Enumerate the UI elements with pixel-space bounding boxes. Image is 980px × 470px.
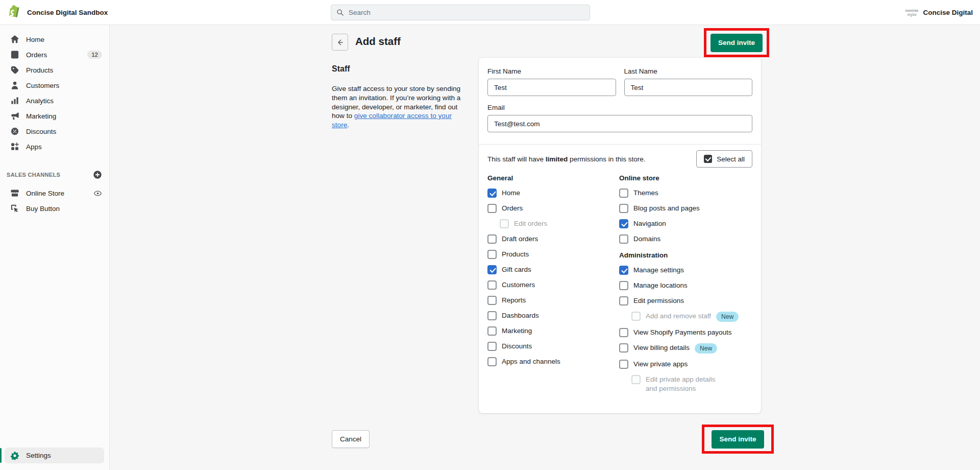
edit-orders-checkbox [500, 219, 509, 228]
sidebar-item-home[interactable]: Home [0, 32, 109, 47]
add-and-remove-staff-checkbox [631, 312, 641, 321]
add-sales-channel-icon[interactable] [93, 170, 102, 179]
blog-posts-and-pages-checkbox[interactable] [619, 204, 628, 213]
sidebar-nav: HomeOrders12ProductsCustomersAnalyticsMa… [0, 25, 109, 154]
sidebar-item-online-store[interactable]: Online Store [0, 185, 109, 201]
sidebar-item-label: Online Store [26, 190, 64, 197]
permission-row-reports: Reports [487, 296, 619, 305]
navigation-checkbox[interactable] [619, 219, 628, 228]
annotation-box-bottom: Send invite [702, 425, 774, 454]
manage-locations-checkbox[interactable] [619, 281, 628, 290]
orders-count-badge: 12 [87, 51, 102, 59]
sidebar-item-products[interactable]: Products [0, 62, 109, 78]
view-billing-details-checkbox[interactable] [619, 343, 628, 353]
send-invite-button-top[interactable]: Send invite [710, 34, 763, 52]
email-input[interactable] [487, 115, 752, 132]
products-icon [10, 65, 19, 75]
annotation-box-top: Send invite [704, 28, 769, 57]
search-input[interactable] [349, 9, 584, 16]
permission-label: Apps and channels [502, 357, 560, 366]
account-name: Concise Digital [923, 9, 973, 16]
discounts-icon [10, 127, 19, 136]
dashboards-checkbox[interactable] [487, 311, 497, 320]
permission-row-manage-locations: Manage locations [619, 281, 752, 290]
permission-label: Edit private app details and permissions [646, 375, 727, 393]
permission-row-blog-posts-and-pages: Blog posts and pages [619, 204, 752, 213]
permission-label: Products [502, 250, 529, 259]
sidebar-item-orders[interactable]: Orders12 [0, 47, 109, 62]
analytics-icon [10, 96, 19, 105]
search-icon [336, 9, 344, 16]
view-shopify-payments-payouts-checkbox[interactable] [619, 328, 628, 337]
send-invite-button-bottom[interactable]: Send invite [712, 430, 764, 449]
back-button[interactable] [332, 34, 348, 51]
email-field-group: Email [487, 104, 752, 132]
sidebar-item-label: Analytics [26, 97, 54, 105]
sidebar-item-customers[interactable]: Customers [0, 78, 109, 93]
themes-checkbox[interactable] [619, 189, 628, 198]
manage-settings-checkbox[interactable] [619, 266, 628, 275]
permission-label: Home [502, 189, 520, 198]
select-all-button[interactable]: Select all [696, 150, 752, 168]
summary-bold: limited [546, 155, 568, 163]
email-label: Email [487, 104, 752, 111]
account-logo-bottom: digital [907, 13, 916, 17]
products-checkbox[interactable] [487, 250, 497, 259]
sidebar-item-marketing[interactable]: Marketing [0, 108, 109, 124]
account-menu[interactable]: concise digital Concise Digital [905, 0, 973, 25]
permission-label: Draft orders [502, 234, 538, 244]
customers-checkbox[interactable] [487, 280, 497, 290]
draft-orders-checkbox[interactable] [487, 234, 497, 244]
eye-icon[interactable] [93, 189, 102, 198]
view-private-apps-checkbox[interactable] [619, 360, 628, 369]
reports-checkbox[interactable] [487, 296, 497, 305]
staff-description-period: . [347, 121, 349, 129]
select-all-checkbox [704, 155, 712, 163]
permission-row-customers: Customers [487, 280, 619, 290]
edit-permissions-checkbox[interactable] [619, 296, 628, 306]
domains-checkbox[interactable] [619, 234, 628, 244]
sidebar-item-buy-button[interactable]: Buy Button [0, 201, 109, 216]
shopify-logo-icon[interactable] [7, 5, 20, 20]
buy-button-icon [10, 204, 19, 213]
sidebar-item-settings[interactable]: Settings [5, 448, 104, 463]
summary-suffix: permissions in this store. [568, 155, 645, 163]
first-name-field-group: First Name [487, 67, 616, 96]
orders-icon [10, 50, 19, 59]
account-logo: concise digital [905, 9, 918, 16]
cancel-button[interactable]: Cancel [332, 430, 370, 448]
permission-label: Reports [502, 296, 526, 305]
permission-row-products: Products [487, 250, 619, 259]
gift-cards-checkbox[interactable] [487, 265, 497, 274]
store-icon [10, 189, 19, 198]
permission-label: Gift cards [502, 265, 531, 274]
sidebar-item-label: Customers [26, 82, 59, 89]
last-name-label: Last Name [624, 67, 753, 75]
permission-row-manage-settings: Manage settings [619, 266, 752, 275]
orders-checkbox[interactable] [487, 204, 497, 213]
home-checkbox[interactable] [487, 189, 497, 198]
permission-row-home: Home [487, 189, 619, 198]
search-bar[interactable] [331, 5, 590, 20]
discounts-checkbox[interactable] [487, 342, 497, 351]
first-name-input[interactable] [487, 79, 616, 96]
staff-form: First Name Last Name Email [479, 58, 761, 132]
staff-intro: Staff Give staff access to your store by… [332, 64, 468, 130]
permission-row-edit-private-app-details-and-permissions: Edit private app details and permissions [631, 375, 752, 393]
permission-row-edit-permissions: Edit permissions [619, 296, 752, 306]
marketing-checkbox[interactable] [487, 326, 497, 336]
sidebar-item-analytics[interactable]: Analytics [0, 93, 109, 108]
last-name-input[interactable] [624, 79, 753, 96]
store-name: Concise Digital Sandbox [27, 9, 108, 16]
staff-form-card: First Name Last Name Email This staff wi… [479, 58, 761, 413]
permission-row-view-private-apps: View private apps [619, 360, 752, 369]
back-arrow-icon [335, 38, 345, 47]
sidebar-item-discounts[interactable]: Discounts [0, 124, 109, 139]
sidebar-item-label: Apps [26, 143, 42, 151]
permission-row-themes: Themes [619, 189, 752, 198]
sidebar-item-label: Orders [26, 51, 47, 59]
permission-label: Navigation [633, 219, 666, 228]
sidebar-item-apps[interactable]: Apps [0, 139, 109, 154]
apps-and-channels-checkbox[interactable] [487, 357, 497, 366]
gear-icon [10, 451, 19, 460]
